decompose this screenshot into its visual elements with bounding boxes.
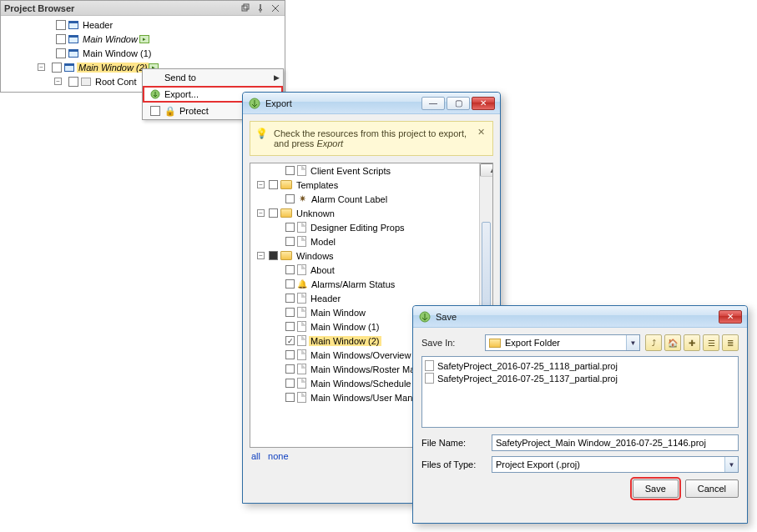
- collapse-icon[interactable]: −: [257, 181, 265, 188]
- file-icon: [425, 373, 434, 384]
- dropdown-icon[interactable]: ▼: [724, 457, 738, 472]
- maximize-button[interactable]: ▢: [447, 97, 470, 110]
- lightbulb-icon: 💡: [255, 128, 268, 139]
- checkbox-icon[interactable]: [285, 166, 295, 175]
- new-folder-button[interactable]: ✚: [684, 334, 700, 351]
- document-icon: [297, 378, 306, 389]
- collapse-icon[interactable]: −: [54, 78, 62, 85]
- checkbox-icon: [150, 106, 160, 116]
- export-tree-item[interactable]: Client Event Scripts: [250, 163, 492, 178]
- svg-rect-0: [242, 6, 247, 11]
- checkbox-icon[interactable]: [56, 48, 66, 58]
- close-hint-icon[interactable]: ✕: [477, 127, 487, 137]
- window-icon: [68, 21, 78, 29]
- close-button[interactable]: ✕: [472, 97, 495, 110]
- filename-input[interactable]: [492, 434, 739, 451]
- collapse-icon[interactable]: −: [38, 63, 45, 71]
- file-row[interactable]: SafetyProject_2016-07-25_1137_partial.pr…: [425, 372, 735, 384]
- filetype-value: Project Export (.proj): [496, 459, 580, 469]
- hint-banner: 💡 Check the resources from this project …: [250, 121, 493, 156]
- document-icon: [297, 392, 306, 403]
- export-tree-item[interactable]: 🔔Alarms/Alarm Status: [250, 277, 492, 291]
- export-tree-item[interactable]: About: [250, 263, 492, 277]
- folder-icon: [280, 208, 292, 218]
- checkbox-icon[interactable]: [285, 350, 295, 359]
- checkbox-icon[interactable]: [285, 223, 295, 232]
- folder-icon: [489, 339, 501, 348]
- checkbox-icon[interactable]: [285, 322, 295, 331]
- tree-item-label: Alarms/Alarm Status: [310, 279, 396, 289]
- tree-item[interactable]: Header: [1, 18, 285, 32]
- tree-item-label: Main Window (2): [309, 336, 381, 346]
- export-icon: [248, 97, 261, 110]
- export-tree-item[interactable]: −Unknown: [250, 206, 492, 220]
- file-row[interactable]: SafetyProject_2016-07-25_1118_partial.pr…: [425, 359, 735, 372]
- document-icon: [297, 335, 306, 346]
- project-browser-titlebar: Project Browser: [1, 1, 285, 16]
- restore-icon[interactable]: [240, 3, 251, 14]
- tree-item-label: Windows: [295, 251, 336, 261]
- checkbox-icon[interactable]: [285, 393, 295, 402]
- export-tree-item[interactable]: −Templates: [250, 178, 492, 192]
- checkbox-icon[interactable]: [285, 308, 295, 317]
- save-dialog-titlebar[interactable]: Save ✕: [413, 306, 747, 328]
- savein-combo[interactable]: Export Folder ▼: [485, 334, 640, 351]
- filetype-label: Files of Type:: [421, 459, 492, 469]
- tree-item-label: Main Windows/Roster Ma: [309, 364, 416, 374]
- document-icon: [297, 321, 306, 332]
- filetype-combo[interactable]: Project Export (.proj) ▼: [492, 456, 739, 473]
- file-icon: [425, 360, 434, 371]
- close-icon[interactable]: [270, 3, 281, 14]
- menu-item-send-to[interactable]: Send to▶: [143, 69, 283, 86]
- checkbox-icon[interactable]: [285, 294, 295, 303]
- export-tree-item[interactable]: ✷Alarm Count Label: [250, 192, 492, 206]
- checkbox-icon[interactable]: [269, 251, 278, 260]
- dropdown-icon[interactable]: ▼: [626, 335, 639, 350]
- list-view-button[interactable]: ☰: [703, 334, 719, 351]
- document-icon: [297, 236, 306, 247]
- document-icon: [297, 364, 306, 374]
- tree-item-label: Model: [309, 237, 337, 247]
- tree-item[interactable]: Main Window (1): [1, 46, 285, 60]
- project-browser-title: Project Browser: [4, 3, 236, 13]
- checkbox-icon[interactable]: [285, 237, 295, 246]
- tree-item[interactable]: Main Window: [1, 32, 285, 46]
- export-tree-item[interactable]: Header: [250, 291, 492, 305]
- export-tree-item[interactable]: Designer Editing Props: [250, 220, 492, 234]
- checkbox-icon[interactable]: [56, 20, 66, 30]
- select-all-link[interactable]: all: [251, 451, 260, 461]
- home-button[interactable]: 🏠: [664, 334, 681, 351]
- checkbox-icon[interactable]: [52, 63, 62, 73]
- checkbox-icon[interactable]: [269, 208, 278, 218]
- pin-icon[interactable]: [255, 3, 266, 14]
- up-folder-button[interactable]: ⤴: [645, 334, 662, 351]
- file-list[interactable]: SafetyProject_2016-07-25_1118_partial.pr…: [421, 356, 739, 428]
- save-button[interactable]: Save: [633, 479, 679, 498]
- checkbox-icon[interactable]: [269, 180, 278, 189]
- close-button[interactable]: ✕: [719, 310, 742, 324]
- export-icon: [146, 88, 164, 100]
- cancel-button[interactable]: Cancel: [685, 479, 739, 498]
- checkbox-icon[interactable]: [285, 379, 295, 388]
- export-tree-item[interactable]: −Windows: [250, 248, 492, 263]
- checkbox-icon[interactable]: [285, 265, 295, 274]
- document-icon: [297, 307, 306, 318]
- tree-item-label: Designer Editing Props: [309, 223, 406, 233]
- tree-item-label: About: [309, 265, 336, 275]
- checkbox-icon[interactable]: ✓: [285, 336, 295, 345]
- tree-item-label: Unknown: [295, 208, 336, 218]
- checkbox-icon[interactable]: [285, 194, 295, 203]
- export-tree-item[interactable]: Model: [250, 234, 492, 248]
- collapse-icon[interactable]: −: [257, 252, 265, 259]
- minimize-button[interactable]: —: [421, 97, 445, 110]
- details-view-button[interactable]: ≣: [722, 334, 739, 351]
- select-none-link[interactable]: none: [268, 451, 288, 461]
- collapse-icon[interactable]: −: [257, 209, 265, 217]
- play-icon: [139, 35, 149, 43]
- scroll-up-icon[interactable]: ▲: [480, 163, 493, 177]
- checkbox-icon[interactable]: [285, 364, 295, 374]
- checkbox-icon[interactable]: [285, 279, 295, 289]
- export-dialog-titlebar[interactable]: Export — ▢ ✕: [243, 93, 500, 114]
- checkbox-icon[interactable]: [56, 34, 66, 44]
- checkbox-icon[interactable]: [68, 77, 78, 87]
